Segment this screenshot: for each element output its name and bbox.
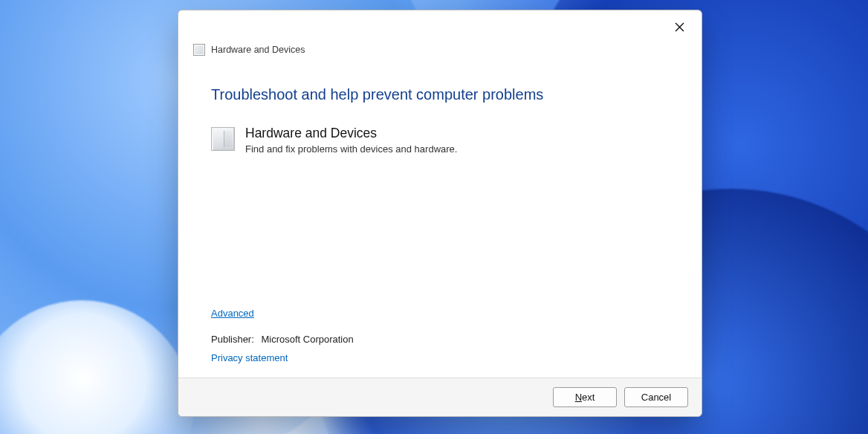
troubleshooter-item: Hardware and Devices Find and fix proble… bbox=[211, 126, 669, 155]
dialog-content: Troubleshoot and help prevent computer p… bbox=[178, 58, 702, 378]
privacy-statement-link[interactable]: Privacy statement bbox=[211, 352, 288, 363]
troubleshooter-dialog: Hardware and Devices Troubleshoot and he… bbox=[178, 10, 702, 417]
bg-petal bbox=[0, 300, 193, 434]
cancel-button[interactable]: Cancel bbox=[624, 387, 688, 407]
publisher-row: Publisher: Microsoft Corporation bbox=[211, 334, 354, 345]
item-description: Find and fix problems with devices and h… bbox=[245, 143, 457, 155]
close-icon bbox=[675, 22, 684, 32]
hardware-icon bbox=[211, 127, 235, 151]
item-text: Hardware and Devices Find and fix proble… bbox=[245, 126, 457, 155]
publisher-value: Microsoft Corporation bbox=[261, 334, 353, 345]
item-title: Hardware and Devices bbox=[245, 126, 457, 141]
window-title: Hardware and Devices bbox=[211, 45, 305, 55]
page-heading: Troubleshoot and help prevent computer p… bbox=[211, 86, 669, 103]
advanced-link[interactable]: Advanced bbox=[211, 308, 254, 319]
dialog-footer: Next Cancel bbox=[178, 378, 702, 416]
next-button-rest: ext bbox=[582, 392, 595, 403]
window-header: Hardware and Devices bbox=[178, 37, 702, 58]
close-button[interactable] bbox=[670, 18, 688, 36]
titlebar bbox=[178, 10, 702, 37]
next-button[interactable]: Next bbox=[553, 387, 617, 407]
next-button-hotkey: N bbox=[575, 392, 582, 403]
troubleshooter-icon bbox=[193, 44, 205, 56]
desktop-background: Hardware and Devices Troubleshoot and he… bbox=[0, 0, 868, 434]
publisher-label: Publisher: bbox=[211, 334, 254, 345]
lower-links: Advanced Publisher: Microsoft Corporatio… bbox=[211, 306, 354, 364]
